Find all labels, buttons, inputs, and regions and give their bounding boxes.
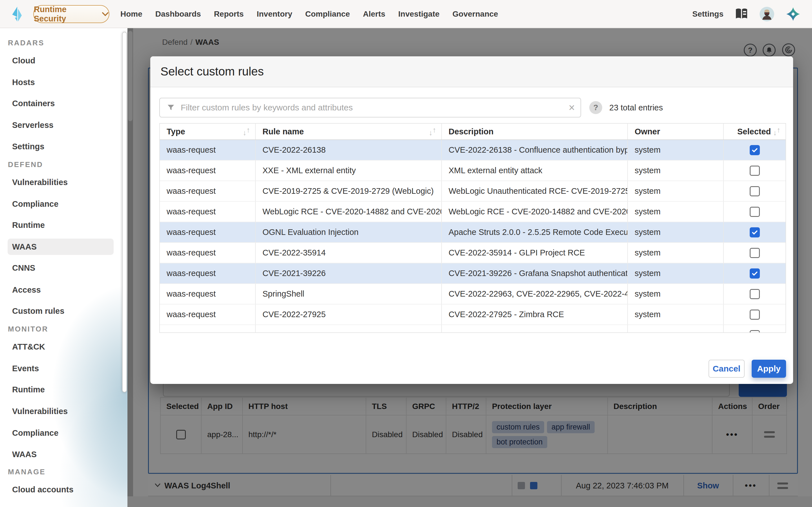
sidebar-item-monitor-waas[interactable]: WAAS <box>12 446 37 462</box>
prisma-cloud-logo-icon[interactable] <box>786 7 800 21</box>
app-row-checkbox[interactable] <box>176 430 186 439</box>
app-description-cell <box>608 415 712 453</box>
help-icon[interactable]: ? <box>744 44 757 57</box>
sidebar-item-waas-active[interactable]: WAAS <box>8 238 114 255</box>
apps-col-tls[interactable]: TLS <box>366 398 407 415</box>
settings-link[interactable]: Settings <box>693 10 723 18</box>
sidebar-item-cnns[interactable]: CNNS <box>12 260 35 276</box>
rule-row[interactable]: waas-request CVE-2019-2725 & CVE-2019-27… <box>160 181 785 202</box>
sidebar-item-custom-rules[interactable]: Custom rules <box>12 303 64 319</box>
expand-chevron-icon[interactable] <box>154 483 161 488</box>
rule-row[interactable]: waas-request CVE-2022-35914 CVE-2022-359… <box>160 243 785 263</box>
collapsed-rule-row[interactable]: WAAS Log4Shell Aug 22, 2023 7:46:03 PM S… <box>148 475 798 496</box>
sidebar-item-settings[interactable]: Settings <box>12 138 44 155</box>
col-type[interactable]: Type ↓↑ <box>160 124 256 139</box>
rule-row[interactable]: waas-request XXE - XML external entity X… <box>160 161 785 181</box>
apply-button[interactable]: Apply <box>752 360 786 378</box>
filter-help-icon[interactable]: ? <box>589 101 602 114</box>
rule-row[interactable]: waas-request CVE-2022-27925 CVE-2022-279… <box>160 304 785 325</box>
documentation-book-icon[interactable] <box>735 8 748 20</box>
sidebar-item-events[interactable]: Events <box>12 360 39 377</box>
product-switcher-label: Runtime Security <box>34 5 98 23</box>
notifications-bell-icon[interactable] <box>763 44 776 57</box>
show-link[interactable]: Show <box>683 475 733 496</box>
sidebar-item-containers[interactable]: Containers <box>12 95 55 112</box>
nav-dashboards[interactable]: Dashboards <box>155 10 201 18</box>
sidebar-item-access[interactable]: Access <box>12 282 41 298</box>
sidebar-item-compliance[interactable]: Compliance <box>12 196 58 212</box>
apps-col-protection-layer[interactable]: Protection layer <box>486 398 608 415</box>
user-avatar[interactable] <box>760 7 774 21</box>
rule-row[interactable]: waas-request WebLogic RCE - CVE-2020-148… <box>160 202 785 222</box>
apps-col-description[interactable]: Description <box>608 398 712 415</box>
rule-row-partial[interactable] <box>160 325 785 333</box>
sidebar-item-attack[interactable]: ATT&CK <box>12 339 45 355</box>
col-rule-name[interactable]: Rule name ↓↑ <box>256 124 442 139</box>
rules-filter-input[interactable] <box>181 103 563 112</box>
nav-reports[interactable]: Reports <box>214 10 244 18</box>
sidebar-item-runtime[interactable]: Runtime <box>12 217 45 233</box>
nav-governance[interactable]: Governance <box>453 10 498 18</box>
sort-icon[interactable]: ↓↑ <box>429 127 436 136</box>
content-scrollbar-track[interactable] <box>128 28 133 507</box>
apps-col-grpc[interactable]: GRPC <box>407 398 446 415</box>
row-actions-menu-icon[interactable]: ••• <box>726 430 739 439</box>
sidebar-item-hosts[interactable]: Hosts <box>12 74 35 91</box>
nav-inventory[interactable]: Inventory <box>257 10 292 18</box>
nav-compliance[interactable]: Compliance <box>305 10 350 18</box>
breadcrumb-current: WAAS <box>195 38 219 47</box>
rule-checkbox-unchecked[interactable] <box>750 309 760 320</box>
rule-row[interactable]: waas-request CVE-2022-26138 CVE-2022-261… <box>160 140 785 161</box>
collapsed-row-drag-handle-icon[interactable] <box>777 483 788 489</box>
sidebar-item-cloud[interactable]: Cloud <box>12 52 35 69</box>
apps-col-selected[interactable]: Selected <box>161 398 202 415</box>
apps-col-http-host[interactable]: HTTP host <box>243 398 366 415</box>
top-bar: Runtime Security Home Dashboards Reports… <box>0 0 812 28</box>
rule-row[interactable]: waas-request SpringShell CVE-2022-22963,… <box>160 284 785 304</box>
product-switcher[interactable]: Runtime Security <box>33 5 109 23</box>
sidebar-scrollbar-thumb[interactable] <box>122 32 127 392</box>
rule-checkbox-unchecked[interactable] <box>750 248 760 258</box>
collapsed-row-actions-icon[interactable]: ••• <box>733 475 769 496</box>
breadcrumb-parent[interactable]: Defend <box>162 38 188 47</box>
rule-checkbox-unchecked[interactable] <box>750 166 760 176</box>
rule-name: CVE-2022-27925 <box>256 304 442 325</box>
sort-icon[interactable]: ↓↑ <box>243 127 250 136</box>
sidebar-item-vulnerabilities[interactable]: Vulnerabilities <box>12 174 68 190</box>
col-owner[interactable]: Owner <box>628 124 724 139</box>
sidebar-item-serverless[interactable]: Serverless <box>12 117 54 133</box>
rule-checkbox-checked[interactable] <box>750 269 760 279</box>
rule-owner: system <box>628 243 724 263</box>
sidebar-item-monitor-vulnerabilities[interactable]: Vulnerabilities <box>12 403 68 419</box>
sidebar-item-cloud-accounts[interactable]: Cloud accounts <box>12 482 73 498</box>
col-selected[interactable]: Selected ↓↑ <box>724 124 785 139</box>
rule-checkbox-checked[interactable] <box>750 145 760 155</box>
nav-investigate[interactable]: Investigate <box>398 10 440 18</box>
apps-col-app-id[interactable]: App ID <box>202 398 243 415</box>
rule-checkbox-unchecked[interactable] <box>750 207 760 217</box>
rule-checkbox-checked[interactable] <box>750 227 760 237</box>
nav-alerts[interactable]: Alerts <box>363 10 385 18</box>
sidebar-section-manage: MANAGE <box>8 466 46 477</box>
row-drag-handle-icon[interactable] <box>764 431 775 438</box>
rule-description: CVE-2021-39226 - Grafana Snapshot authen… <box>442 263 628 283</box>
sidebar-item-monitor-runtime[interactable]: Runtime <box>12 381 45 398</box>
apps-filter-input[interactable] <box>163 383 730 397</box>
rule-checkbox-unchecked[interactable] <box>750 330 760 333</box>
rule-row[interactable]: waas-request OGNL Evaluation Injection A… <box>160 222 785 243</box>
radar-target-icon[interactable] <box>782 43 795 56</box>
col-description[interactable]: Description <box>442 124 628 139</box>
rule-checkbox-unchecked[interactable] <box>750 289 760 299</box>
nav-home[interactable]: Home <box>120 10 142 18</box>
rules-filter-field[interactable]: × <box>159 98 581 117</box>
rule-name-label: WAAS Log4Shell <box>164 475 231 496</box>
cancel-button[interactable]: Cancel <box>709 360 745 378</box>
rule-checkbox-unchecked[interactable] <box>750 186 760 196</box>
rule-row[interactable]: waas-request CVE-2021-39226 CVE-2021-392… <box>160 263 785 284</box>
content-scrollbar-thumb[interactable] <box>128 31 133 121</box>
app-id-cell: app-28... <box>202 415 243 453</box>
sidebar-item-monitor-compliance[interactable]: Compliance <box>12 425 58 441</box>
sort-icon[interactable]: ↓↑ <box>773 127 780 136</box>
apps-col-http2[interactable]: HTTP/2 <box>446 398 486 415</box>
clear-filter-icon[interactable]: × <box>563 102 580 114</box>
